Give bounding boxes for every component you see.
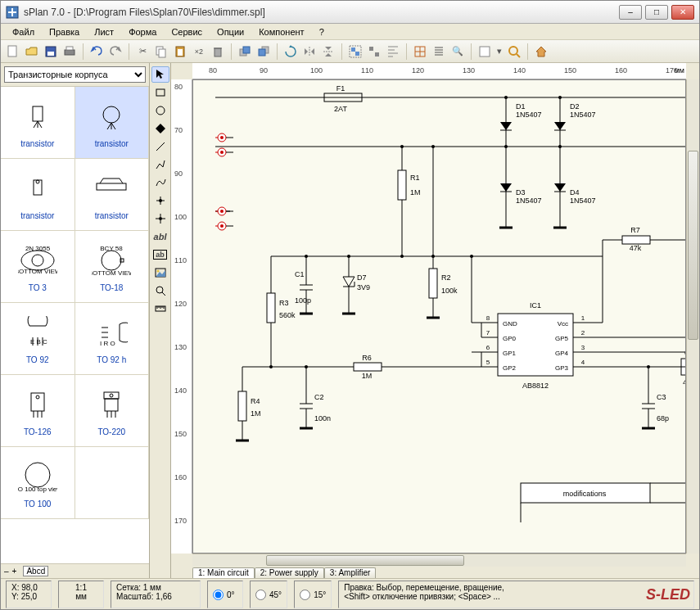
svg-text:100k: 100k [441, 287, 458, 295]
mirror-v-button[interactable] [319, 43, 337, 61]
angle15-radio[interactable] [300, 590, 310, 600]
lib-item-transistor-3[interactable]: transistor [1, 159, 75, 231]
menu-edit[interactable]: Правка [43, 25, 86, 38]
tab-power-supply[interactable]: 2: Power supply [255, 567, 324, 578]
line-tool[interactable] [151, 138, 169, 155]
svg-point-38 [102, 251, 121, 270]
lib-sort[interactable]: Abcd [23, 566, 48, 576]
back-button[interactable] [255, 43, 273, 61]
lib-item-to18[interactable]: BCY 58BOTTOM VIEW TO-18 [75, 231, 150, 303]
dropdown-icon[interactable]: ▾ [495, 43, 504, 61]
lib-item-transistor-4[interactable]: transistor [75, 159, 150, 231]
polygon-tool[interactable] [151, 120, 169, 137]
svg-marker-160 [343, 277, 355, 287]
scroll-thumb[interactable] [688, 151, 698, 341]
rect-tool[interactable] [151, 84, 169, 101]
menu-service[interactable]: Сервис [165, 25, 209, 38]
menu-file[interactable]: Файл [6, 25, 41, 38]
circle-tool[interactable] [151, 102, 169, 119]
textblock-tool[interactable]: ab [151, 246, 169, 263]
svg-text:4: 4 [581, 359, 585, 366]
status-angle15[interactable]: 15° [294, 581, 332, 608]
svg-rect-5 [66, 47, 73, 50]
paste-button[interactable] [171, 43, 189, 61]
wire-tool[interactable] [151, 156, 169, 173]
svg-point-81 [504, 96, 508, 99]
svg-rect-17 [355, 52, 359, 56]
svg-text:BCY 58: BCY 58 [101, 245, 124, 252]
status-grid: Сетка: 1 мм Масштаб: 1,66 [111, 581, 201, 608]
zoomfit-button[interactable] [505, 43, 523, 61]
ungroup-button[interactable] [365, 43, 383, 61]
home-button[interactable] [532, 43, 550, 61]
svg-rect-3 [47, 52, 54, 56]
svg-point-51 [36, 395, 39, 399]
lib-next[interactable]: + [12, 567, 17, 576]
angle0-radio[interactable] [213, 590, 224, 600]
tab-main-circuit[interactable]: 1: Main circuit [192, 567, 255, 578]
angle45-radio[interactable] [255, 590, 266, 600]
copy2-button[interactable]: ×2 [190, 43, 208, 61]
status-angle0[interactable]: 0° [207, 581, 243, 608]
rotate-button[interactable] [282, 43, 300, 61]
save-button[interactable] [42, 43, 60, 61]
vertical-scrollbar[interactable] [686, 79, 699, 554]
svg-text:C2: C2 [314, 393, 324, 401]
horizontal-scrollbar[interactable] [192, 554, 686, 567]
open-button[interactable] [23, 43, 41, 61]
svg-text:D1: D1 [516, 102, 526, 111]
status-angle45[interactable]: 45° [250, 581, 287, 608]
align-button[interactable] [384, 43, 402, 61]
schematic-canvas[interactable]: F1 2AT D1 1N5407 [192, 79, 686, 554]
zoom-tool[interactable] [151, 282, 169, 299]
minimize-button[interactable]: – [619, 5, 642, 20]
svg-point-120 [220, 136, 224, 139]
lib-item-to92[interactable]: E B C TO 92 [1, 303, 75, 375]
menu-help[interactable]: ? [313, 25, 331, 38]
copy-button[interactable] [152, 43, 170, 61]
list-button[interactable] [430, 43, 448, 61]
front-button[interactable] [236, 43, 254, 61]
cut-button[interactable]: ✂ [133, 43, 151, 61]
junction-tool[interactable] [151, 210, 169, 227]
spline-tool[interactable] [151, 174, 169, 191]
properties-button[interactable] [476, 43, 494, 61]
delete-button[interactable] [209, 43, 227, 61]
tab-amplifier[interactable]: 3: Amplifier [324, 567, 376, 578]
lib-item-transistor-2[interactable]: transistor [75, 87, 150, 159]
measure-tool[interactable] [151, 300, 169, 317]
lib-item-to220[interactable]: TO-220 [75, 375, 150, 447]
group-button[interactable] [346, 43, 364, 61]
canvas-area: мм 8090100110120130140150160170 80709010… [171, 63, 699, 578]
menubar: Файл Правка Лист Форма Сервис Опции Комп… [1, 24, 699, 40]
lib-item-to3[interactable]: 2N 3055BOTTOM VIEW TO 3 [1, 231, 75, 303]
menu-component[interactable]: Компонент [252, 25, 310, 38]
lib-prev[interactable]: – [4, 567, 9, 576]
close-button[interactable]: ✕ [671, 5, 694, 20]
mirror-h-button[interactable] [300, 43, 318, 61]
scroll-thumb[interactable] [266, 555, 463, 566]
text-tool[interactable]: abI [151, 228, 169, 245]
svg-text:1N5407: 1N5407 [570, 197, 596, 205]
lib-item-to92h[interactable]: I R O TO 92 h [75, 303, 150, 375]
bitmap-tool[interactable] [151, 264, 169, 281]
snap-button[interactable] [411, 43, 429, 61]
lib-item-transistor-1[interactable]: transistor [1, 87, 75, 159]
print-button[interactable] [61, 43, 79, 61]
redo-button[interactable] [106, 43, 124, 61]
lib-item-to126[interactable]: TO-126 [1, 375, 75, 447]
svg-point-132 [220, 224, 224, 228]
svg-point-68 [156, 270, 159, 273]
svg-point-65 [159, 199, 162, 202]
find-button[interactable]: 🔍 [449, 43, 467, 61]
lib-item-to100[interactable]: TO 100 top view TO 100 [1, 447, 75, 519]
select-tool[interactable] [151, 66, 169, 83]
undo-button[interactable] [88, 43, 106, 61]
maximize-button[interactable]: □ [645, 5, 668, 20]
new-button[interactable] [4, 43, 22, 61]
menu-sheet[interactable]: Лист [88, 25, 120, 38]
menu-options[interactable]: Опции [210, 25, 251, 38]
library-select[interactable]: Транзисторные корпуса [4, 66, 146, 83]
menu-form[interactable]: Форма [122, 25, 163, 38]
node-tool[interactable] [151, 192, 169, 209]
